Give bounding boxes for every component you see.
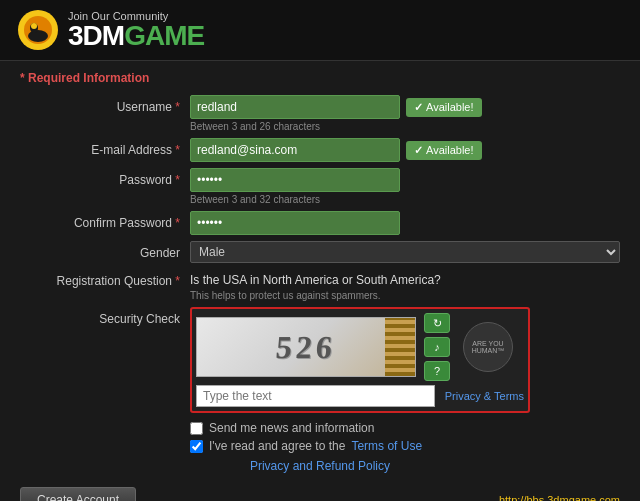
captcha-controls: ↻ ♪ ? bbox=[424, 313, 450, 381]
logo-3dm-part: 3DM bbox=[68, 20, 124, 51]
registration-question-hint: This helps to protect us against spammer… bbox=[190, 290, 620, 301]
password-input[interactable] bbox=[190, 168, 400, 192]
email-row: E-mail Address * Available! bbox=[20, 138, 620, 162]
email-label: E-mail Address * bbox=[20, 138, 190, 157]
reg-question-star: * bbox=[175, 274, 180, 288]
watermark-text: http://bbs.3dmgame.com bbox=[499, 494, 620, 501]
captcha-bottom-row: Privacy & Terms bbox=[196, 385, 524, 407]
security-check-section: Security Check 526 ↻ ♪ ? ARE YOUHUMAN™ bbox=[20, 307, 620, 413]
terms-checkbox-row: I've read and agree to the Terms of Use bbox=[190, 439, 620, 453]
captcha-refresh-button[interactable]: ↻ bbox=[424, 313, 450, 333]
header: Join Our Community 3DMGAME bbox=[0, 0, 640, 61]
captcha-help-button[interactable]: ? bbox=[424, 361, 450, 381]
captcha-row: 526 ↻ ♪ ? ARE YOUHUMAN™ bbox=[196, 313, 524, 381]
news-checkbox-row: Send me news and information bbox=[190, 421, 620, 435]
username-star: * bbox=[175, 100, 180, 114]
security-check-label: Security Check bbox=[20, 307, 190, 326]
captcha-audio-button[interactable]: ♪ bbox=[424, 337, 450, 357]
registration-question-label: Registration Question * bbox=[20, 269, 190, 288]
confirm-password-star: * bbox=[175, 216, 180, 230]
captcha-logo-area: ARE YOUHUMAN™ bbox=[458, 317, 518, 377]
privacy-terms-link[interactable]: Privacy & Terms bbox=[445, 390, 524, 402]
terms-checkbox-label-prefix: I've read and agree to the bbox=[209, 439, 345, 453]
security-box: 526 ↻ ♪ ? ARE YOUHUMAN™ Privacy & Terms bbox=[190, 307, 530, 413]
svg-point-4 bbox=[31, 23, 37, 29]
registration-question-text: Is the USA in North America or South Ame… bbox=[190, 269, 620, 287]
captcha-text-input[interactable] bbox=[196, 385, 435, 407]
username-label: Username * bbox=[20, 95, 190, 114]
news-checkbox-label: Send me news and information bbox=[209, 421, 374, 435]
username-right: Available! Between 3 and 26 characters bbox=[190, 95, 620, 132]
create-account-button[interactable]: Create Account bbox=[20, 487, 136, 501]
gender-right: Male Female bbox=[190, 241, 620, 263]
logo-text: Join Our Community 3DMGAME bbox=[68, 10, 204, 50]
privacy-policy-row: Privacy and Refund Policy bbox=[20, 459, 620, 473]
checkbox-section: Send me news and information I've read a… bbox=[20, 421, 620, 453]
captcha-stripe bbox=[385, 318, 415, 376]
username-hint: Between 3 and 26 characters bbox=[190, 121, 620, 132]
site-logo: 3DMGAME bbox=[68, 22, 204, 50]
password-hint: Between 3 and 32 characters bbox=[190, 194, 620, 205]
registration-question-row: Registration Question * Is the USA in No… bbox=[20, 269, 620, 301]
logo-icon bbox=[16, 8, 60, 52]
confirm-password-right bbox=[190, 211, 620, 235]
email-star: * bbox=[175, 143, 180, 157]
registration-form: * Required Information Username * Availa… bbox=[0, 61, 640, 487]
email-available-badge: Available! bbox=[406, 141, 482, 160]
gender-select[interactable]: Male Female bbox=[190, 241, 620, 263]
gender-label: Gender bbox=[20, 241, 190, 260]
news-checkbox[interactable] bbox=[190, 422, 203, 435]
watermark: http://bbs.3dmgame.com bbox=[499, 494, 620, 501]
terms-checkbox[interactable] bbox=[190, 440, 203, 453]
email-input-row: Available! bbox=[190, 138, 620, 162]
username-row: Username * Available! Between 3 and 26 c… bbox=[20, 95, 620, 132]
registration-question-right: Is the USA in North America or South Ame… bbox=[190, 269, 620, 301]
terms-of-use-link[interactable]: Terms of Use bbox=[351, 439, 422, 453]
svg-point-2 bbox=[28, 30, 48, 42]
captcha-logo-text: ARE YOUHUMAN™ bbox=[472, 340, 505, 354]
privacy-policy-link[interactable]: Privacy and Refund Policy bbox=[250, 459, 390, 473]
email-input[interactable] bbox=[190, 138, 400, 162]
username-available-badge: Available! bbox=[406, 98, 482, 117]
password-input-row bbox=[190, 168, 620, 192]
password-right: Between 3 and 32 characters bbox=[190, 168, 620, 205]
password-label: Password * bbox=[20, 168, 190, 187]
confirm-password-label: Confirm Password * bbox=[20, 211, 190, 230]
captcha-logo-circle: ARE YOUHUMAN™ bbox=[463, 322, 513, 372]
required-info: * Required Information bbox=[20, 71, 620, 85]
confirm-password-input-row bbox=[190, 211, 620, 235]
password-row: Password * Between 3 and 32 characters bbox=[20, 168, 620, 205]
username-input[interactable] bbox=[190, 95, 400, 119]
email-right: Available! bbox=[190, 138, 620, 162]
create-account-row: Create Account http://bbs.3dmgame.com bbox=[0, 487, 640, 501]
confirm-password-row: Confirm Password * bbox=[20, 211, 620, 235]
password-star: * bbox=[175, 173, 180, 187]
logo-game-part: GAME bbox=[124, 20, 204, 51]
captcha-image: 526 bbox=[196, 317, 416, 377]
username-input-row: Available! bbox=[190, 95, 620, 119]
gender-row: Gender Male Female bbox=[20, 241, 620, 263]
confirm-password-input[interactable] bbox=[190, 211, 400, 235]
captcha-number: 526 bbox=[274, 329, 337, 366]
